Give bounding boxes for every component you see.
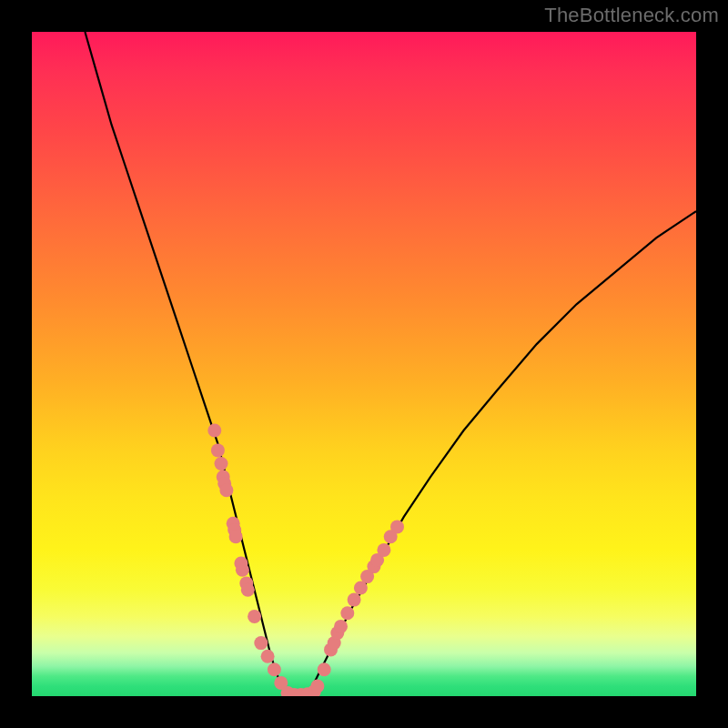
- data-point: [236, 563, 249, 577]
- data-point: [254, 636, 268, 650]
- data-point: [390, 520, 404, 533]
- data-point: [318, 662, 331, 676]
- data-point: [229, 530, 243, 543]
- data-point: [207, 424, 221, 438]
- data-point: [268, 662, 281, 676]
- data-point: [241, 583, 255, 597]
- data-point: [211, 443, 225, 457]
- plot-area: [32, 32, 696, 696]
- chart-frame: TheBottleneck.com: [0, 0, 728, 728]
- bottleneck-curve: [85, 32, 696, 696]
- data-point: [310, 680, 324, 693]
- data-point: [215, 457, 228, 470]
- chart-svg: [32, 32, 696, 696]
- data-point: [261, 650, 275, 663]
- data-point: [334, 620, 348, 633]
- data-point: [348, 593, 361, 607]
- data-point: [219, 483, 233, 497]
- data-point: [248, 610, 261, 623]
- data-point: [340, 606, 354, 620]
- watermark-label: TheBottleneck.com: [544, 4, 719, 27]
- scatter-dots: [207, 424, 404, 697]
- data-point: [377, 543, 390, 557]
